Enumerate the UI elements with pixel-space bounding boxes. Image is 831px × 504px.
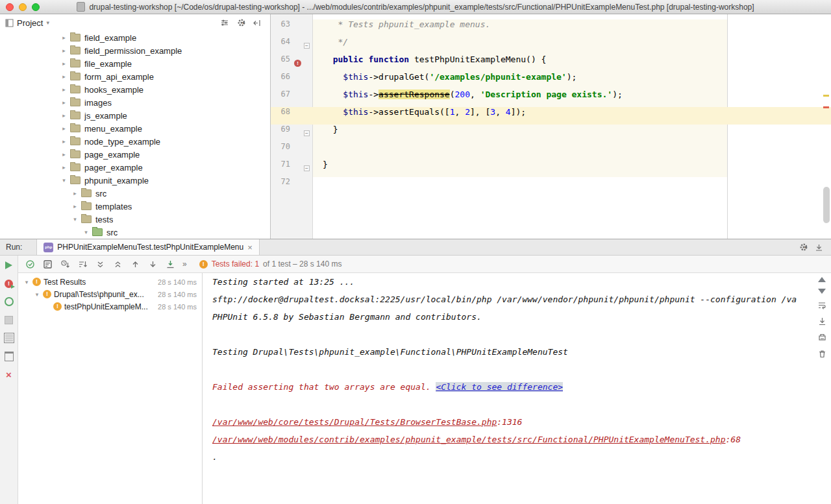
editor-line[interactable]: 70 bbox=[271, 142, 831, 160]
document-proxy-icon[interactable] bbox=[77, 2, 85, 12]
clear-all-icon[interactable] bbox=[817, 349, 827, 359]
run-tab[interactable]: php PHPUnitExampleMenuTest.testPhpUnitEx… bbox=[36, 239, 259, 255]
stop-button[interactable] bbox=[3, 315, 15, 325]
import-test-results-button[interactable] bbox=[165, 259, 175, 269]
editor-scrollbar[interactable] bbox=[823, 187, 830, 223]
project-tree-item[interactable]: ▸page_example bbox=[0, 148, 270, 161]
chevron-right-icon[interactable]: ▸ bbox=[60, 151, 68, 158]
hide-panel-icon[interactable] bbox=[815, 243, 823, 252]
next-failed-test-button[interactable] bbox=[147, 259, 158, 269]
editor-line[interactable]: 64− */ bbox=[271, 37, 831, 54]
stack-trace-link[interactable]: /var/www/web/modules/contrib/examples/ph… bbox=[212, 435, 726, 444]
chevron-right-icon[interactable]: ▸ bbox=[60, 60, 68, 67]
line-number[interactable]: 65 bbox=[271, 54, 290, 64]
chevron-right-icon[interactable]: ▸ bbox=[71, 190, 79, 197]
editor-line[interactable]: 63 * Tests phpunit_example menus. bbox=[271, 19, 831, 37]
editor-line[interactable]: 68 $this->assertEquals([1, 2], [3, 4]); bbox=[271, 107, 831, 125]
chevron-right-icon[interactable]: ▸ bbox=[60, 34, 68, 41]
settings-button[interactable]: ▾ bbox=[237, 18, 245, 27]
editor-line[interactable]: 66 $this->drupalGet('/examples/phpunit-e… bbox=[271, 72, 831, 90]
test-console[interactable]: Testing started at 13:25 ...sftp://docke… bbox=[203, 273, 831, 504]
show-ignored-button[interactable] bbox=[42, 259, 53, 269]
chevron-down-icon[interactable]: ▾ bbox=[46, 19, 49, 26]
rerun-button[interactable] bbox=[3, 260, 15, 270]
close-tab-icon[interactable]: × bbox=[247, 243, 253, 252]
project-tree-item[interactable]: ▸node_type_example bbox=[0, 135, 270, 148]
print-icon[interactable] bbox=[817, 333, 827, 342]
editor[interactable]: 63 * Tests phpunit_example menus.64− */6… bbox=[271, 14, 831, 239]
project-tree-item[interactable]: ▸form_api_example bbox=[0, 70, 270, 83]
chevron-down-icon[interactable]: ▾ bbox=[32, 291, 42, 298]
view-options-icon[interactable] bbox=[220, 18, 229, 27]
sort-alphabetically-button[interactable] bbox=[77, 259, 88, 269]
line-number[interactable]: 63 bbox=[271, 19, 290, 29]
rerun-failed-tests-button[interactable]: ! bbox=[3, 278, 15, 289]
close-run-panel-button[interactable]: × bbox=[3, 369, 15, 379]
toggle-auto-test-button[interactable] bbox=[3, 296, 15, 307]
window-titlebar[interactable]: drupal-testing-workshop [~/Code/os/drupa… bbox=[0, 0, 831, 14]
test-tree-item[interactable]: ▸!testPhpUnitExampleM...28 s 140 ms bbox=[18, 300, 202, 313]
error-stripe-mark[interactable] bbox=[823, 106, 829, 108]
line-number[interactable]: 67 bbox=[271, 90, 290, 99]
project-tree-item[interactable]: ▸src bbox=[0, 187, 270, 200]
chevron-right-icon[interactable]: ▸ bbox=[60, 138, 68, 145]
chevron-right-icon[interactable]: ▸ bbox=[60, 99, 68, 106]
project-tree-item[interactable]: ▸field_example bbox=[0, 31, 270, 44]
down-stack-trace-icon[interactable] bbox=[818, 289, 826, 294]
warning-stripe-mark[interactable] bbox=[823, 95, 829, 97]
project-tree-item[interactable]: ▸file_example bbox=[0, 57, 270, 70]
show-passed-button[interactable] bbox=[25, 259, 35, 269]
line-number[interactable]: 64 bbox=[271, 37, 290, 46]
test-tree-item[interactable]: ▾!Test Results28 s 140 ms bbox=[18, 276, 202, 288]
line-number[interactable]: 69 bbox=[271, 125, 290, 134]
chevron-right-icon[interactable]: ▸ bbox=[60, 125, 68, 132]
close-window-button[interactable] bbox=[6, 3, 14, 11]
chevron-right-icon[interactable]: ▸ bbox=[71, 203, 79, 210]
chevron-right-icon[interactable]: ▸ bbox=[60, 73, 68, 80]
minimize-window-button[interactable] bbox=[19, 3, 27, 11]
run-settings-button[interactable]: ▾ bbox=[799, 243, 807, 252]
sort-by-duration-button[interactable] bbox=[60, 259, 70, 269]
editor-line[interactable]: 65! public function testPhpUnitExampleMe… bbox=[271, 54, 831, 72]
fold-marker-icon[interactable]: − bbox=[304, 165, 310, 171]
scroll-to-end-icon[interactable] bbox=[817, 317, 827, 326]
test-failed-gutter-icon[interactable]: ! bbox=[294, 60, 301, 67]
chevron-right-icon[interactable]: ▸ bbox=[60, 164, 68, 171]
editor-line[interactable]: 72 bbox=[271, 177, 831, 195]
project-tree-item[interactable]: ▸hooks_example bbox=[0, 83, 270, 96]
chevron-down-icon[interactable]: ▾ bbox=[22, 279, 31, 285]
chevron-down-icon[interactable]: ▾ bbox=[82, 229, 90, 235]
project-tree-item[interactable]: ▾phpunit_example bbox=[0, 174, 270, 187]
fold-marker-icon[interactable]: − bbox=[304, 43, 310, 49]
zoom-window-button[interactable] bbox=[32, 3, 40, 11]
fold-marker-icon[interactable]: − bbox=[304, 130, 310, 136]
editor-line[interactable]: 67 $this->assertResponse(200, 'Descripti… bbox=[271, 90, 831, 107]
project-tree-item[interactable]: ▸images bbox=[0, 96, 270, 109]
project-tree-item[interactable]: ▾tests bbox=[0, 213, 270, 226]
dump-console-button[interactable] bbox=[3, 333, 15, 343]
line-number[interactable]: 71 bbox=[271, 160, 290, 169]
chevron-down-icon[interactable]: ▾ bbox=[60, 177, 68, 184]
diff-link[interactable]: <Click to see difference> bbox=[436, 382, 563, 392]
project-tree-item[interactable]: ▸field_permission_example bbox=[0, 44, 270, 57]
expand-all-button[interactable] bbox=[95, 259, 105, 269]
line-number[interactable]: 72 bbox=[271, 177, 290, 186]
test-tree-item[interactable]: ▾!Drupal\Tests\phpunit_ex...28 s 140 ms bbox=[18, 288, 202, 300]
up-stack-trace-icon[interactable] bbox=[818, 277, 826, 282]
line-number[interactable]: 66 bbox=[271, 72, 290, 81]
chevron-down-icon[interactable]: ▾ bbox=[71, 216, 79, 222]
project-tree-item[interactable]: ▸js_example bbox=[0, 109, 270, 122]
project-tree-item[interactable]: ▸pager_example bbox=[0, 161, 270, 174]
project-tree-item[interactable]: ▸templates bbox=[0, 200, 270, 213]
line-number[interactable]: 68 bbox=[271, 107, 290, 116]
editor-line[interactable]: 71−} bbox=[271, 160, 831, 177]
toolbar-overflow-icon[interactable]: » bbox=[182, 259, 187, 269]
project-tree-item[interactable]: ▸menu_example bbox=[0, 122, 270, 135]
restore-layout-button[interactable] bbox=[3, 351, 15, 361]
line-number[interactable]: 70 bbox=[271, 142, 290, 151]
collapse-all-button[interactable] bbox=[112, 259, 123, 269]
project-tree-item[interactable]: ▾src bbox=[0, 226, 270, 239]
chevron-right-icon[interactable]: ▸ bbox=[60, 47, 68, 54]
chevron-right-icon[interactable]: ▸ bbox=[60, 112, 68, 119]
editor-line[interactable]: 69− } bbox=[271, 125, 831, 142]
